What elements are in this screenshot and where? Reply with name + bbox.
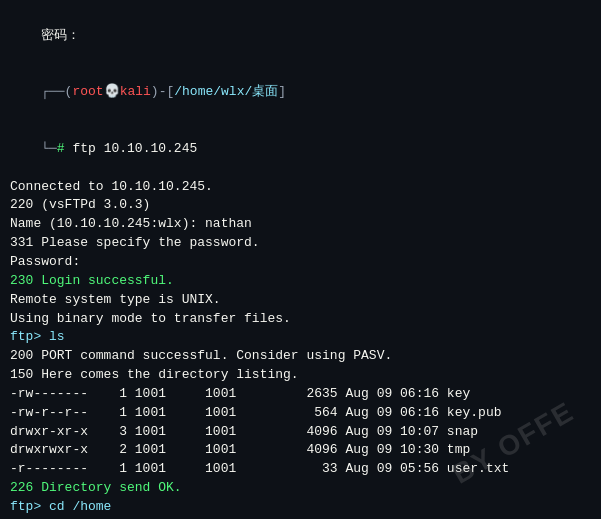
prompt-dash: ┌──(: [41, 84, 72, 99]
prompt-sep: )-[: [151, 84, 174, 99]
ftp-cmd-text: ftp 10.10.10.245: [72, 141, 197, 156]
file-keypub: -rw-r--r-- 1 1001 1001 564 Aug 09 06:16 …: [10, 404, 591, 423]
file-key: -rw------- 1 1001 1001 2635 Aug 09 06:16…: [10, 385, 591, 404]
name-line: Name (10.10.10.245:wlx): nathan: [10, 215, 591, 234]
terminal-window: 密码： ┌──(root💀kali)-[/home/wlx/桌面] └─# ft…: [0, 0, 601, 519]
ftp-command-line: └─# ftp 10.10.10.245: [10, 121, 591, 178]
prompt-user: root💀kali: [72, 84, 150, 99]
password-prompt-line: 密码：: [10, 8, 591, 65]
prompt-path: /home/wlx/桌面: [174, 84, 278, 99]
binary-mode-line: Using binary mode to transfer files.: [10, 310, 591, 329]
331-line: 331 Please specify the password.: [10, 234, 591, 253]
vsftpd-line: 220 (vsFTPd 3.0.3): [10, 196, 591, 215]
230-line: 230 Login successful.: [10, 272, 591, 291]
150-1-line: 150 Here comes the directory listing.: [10, 366, 591, 385]
prompt-bracket-close: ]: [278, 84, 286, 99]
password-line: Password:: [10, 253, 591, 272]
200-1-line: 200 PORT command successful. Consider us…: [10, 347, 591, 366]
connected-line: Connected to 10.10.10.245.: [10, 178, 591, 197]
password-label: 密码：: [41, 28, 80, 43]
ftp-ls-1: ftp> ls: [10, 328, 591, 347]
remote-system-line: Remote system type is UNIX.: [10, 291, 591, 310]
226-1-line: 226 Directory send OK.: [10, 479, 591, 498]
prompt-hash: #: [57, 141, 73, 156]
shell-prompt-line: ┌──(root💀kali)-[/home/wlx/桌面]: [10, 65, 591, 122]
ftp-cd-home: ftp> cd /home: [10, 498, 591, 517]
prompt-corner: └─: [41, 141, 57, 156]
